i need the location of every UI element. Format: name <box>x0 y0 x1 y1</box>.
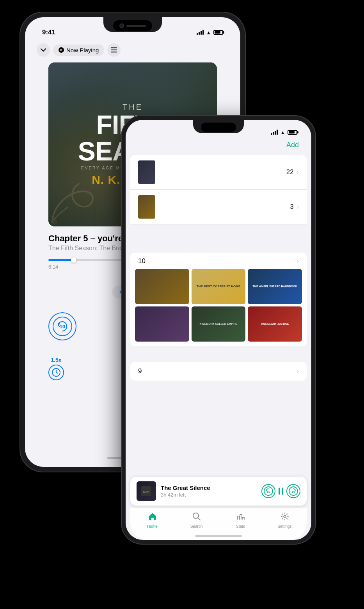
elapsed-time: 6:14 <box>48 264 58 270</box>
progress-thumb[interactable] <box>71 257 76 263</box>
progress-fill <box>48 259 74 261</box>
now-playing-bar[interactable]: Now Playing <box>30 41 235 59</box>
phone1-notch <box>103 17 162 32</box>
tab-stats[interactable]: Stats <box>229 512 252 529</box>
mini-player-title: The Great Silence <box>161 484 257 491</box>
tab-settings[interactable]: Settings <box>273 512 297 529</box>
battery-icon-2 <box>288 130 297 135</box>
chevron-right-icon: › <box>297 169 299 176</box>
book-thumbnail <box>138 160 155 184</box>
book-card[interactable]: THE BEST COFFEE AT HOME <box>192 269 246 304</box>
gear-icon <box>281 512 289 523</box>
stats-icon <box>236 512 245 523</box>
svg-text:10: 10 <box>292 490 295 493</box>
signal-icon <box>197 30 204 35</box>
tab-search[interactable]: Search <box>185 512 208 529</box>
tab-home-label: Home <box>147 524 158 529</box>
play-icon <box>59 47 64 53</box>
dynamic-island-1 <box>113 20 152 31</box>
item-count: 22 <box>286 168 294 176</box>
book-card[interactable]: THE WHEEL WIZARD HANDBOOK <box>248 269 302 304</box>
books-count: 10 <box>138 257 146 265</box>
mini-skip-forward-button[interactable]: 10 <box>286 484 300 498</box>
list-item[interactable]: 22 › <box>130 155 307 190</box>
now-playing-label[interactable]: Now Playing <box>53 45 104 56</box>
svg-point-22 <box>284 515 286 518</box>
search-icon <box>192 512 201 523</box>
mini-player-time: 3h 42m left <box>161 492 257 498</box>
phone2-screen: ▲ Add 22 › <box>126 120 311 540</box>
tab-stats-label: Stats <box>236 524 245 529</box>
queue-button[interactable] <box>107 43 121 57</box>
add-button[interactable]: Add <box>286 141 299 149</box>
svg-text:10: 10 <box>267 490 270 493</box>
tab-search-label: Search <box>190 524 203 529</box>
book-card[interactable]: ANCILLARY JUSTICE <box>248 306 302 342</box>
skip-back-button[interactable]: 10 <box>48 312 76 340</box>
battery-icon <box>213 30 223 35</box>
book-card[interactable]: A MEMORY CALLED EMPIRE <box>192 306 246 342</box>
status-time: 9:41 <box>42 28 55 36</box>
mini-player[interactable]: EXH The Great Silence 3h 42m left 10 <box>130 477 307 506</box>
home-indicator-2 <box>195 535 242 537</box>
item-count: 3 <box>290 203 293 211</box>
chevron-right-icon: › <box>297 203 299 210</box>
mini-player-thumbnail: EXH <box>137 481 156 501</box>
svg-rect-2 <box>111 50 117 51</box>
phone2: ▲ Add 22 › <box>121 115 316 545</box>
chevron-right-icon: › <box>297 368 299 375</box>
book-card[interactable] <box>135 306 189 342</box>
chevron-down-button[interactable] <box>37 43 50 57</box>
tab-settings-label: Settings <box>277 524 291 529</box>
svg-text:EXH: EXH <box>143 490 150 493</box>
mini-player-info: The Great Silence 3h 42m left <box>161 484 257 498</box>
tab-home[interactable]: Home <box>141 512 164 529</box>
section-count: 9 <box>138 367 142 375</box>
speaker <box>126 25 146 27</box>
svg-rect-1 <box>111 47 117 48</box>
svg-text:10: 10 <box>60 324 65 329</box>
status-icons: ▲ <box>197 30 223 36</box>
books-grid-section: 10 › THE BEST COFFEE AT HOME THE WHEEL W… <box>130 253 307 346</box>
home-icon <box>148 512 157 523</box>
mini-player-controls[interactable]: 10 10 <box>261 484 300 498</box>
svg-marker-0 <box>60 49 62 51</box>
book-thumbnail <box>138 195 155 219</box>
camera <box>119 23 124 28</box>
phone2-list: 22 › 3 › <box>130 155 307 224</box>
dynamic-island-2 <box>201 123 236 132</box>
book-card[interactable] <box>135 269 189 304</box>
list-item[interactable]: 3 › <box>130 190 307 224</box>
speed-button[interactable]: 1.5x <box>48 357 64 380</box>
chevron-icon: › <box>297 258 299 265</box>
phone2-header[interactable]: Add <box>130 141 307 149</box>
phone2-section2[interactable]: 9 › <box>130 362 307 381</box>
svg-rect-3 <box>111 52 117 53</box>
mini-pause-button[interactable] <box>279 488 283 495</box>
status-icons-2: ▲ <box>271 130 297 135</box>
phone2-notch <box>193 120 244 133</box>
mini-skip-back-button[interactable]: 10 <box>261 484 275 498</box>
svg-point-4 <box>51 219 57 225</box>
speed-icon[interactable] <box>48 365 64 380</box>
wifi-icon: ▲ <box>206 30 211 36</box>
wifi-icon-2: ▲ <box>280 130 285 135</box>
books-grid: THE BEST COFFEE AT HOME THE WHEEL WIZARD… <box>135 269 302 342</box>
signal-icon-2 <box>271 130 278 135</box>
